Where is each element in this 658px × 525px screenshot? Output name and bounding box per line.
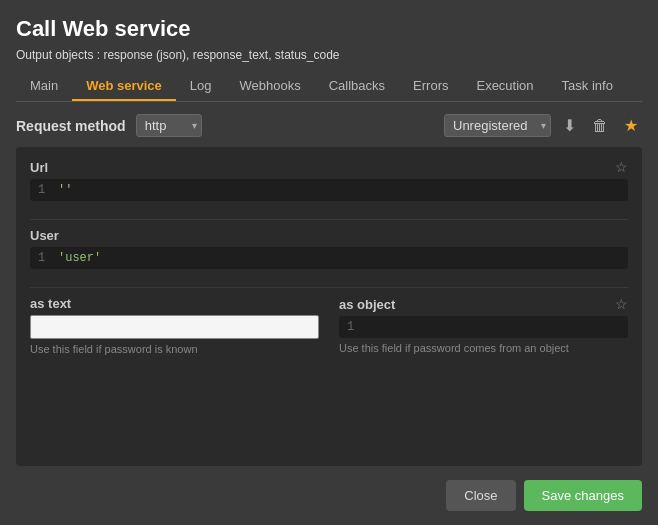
output-objects: Output objects : response (json), respon… <box>16 48 642 62</box>
output-values: response (json), response_text, status_c… <box>103 48 339 62</box>
user-field-header: User <box>30 228 628 243</box>
download-button[interactable]: ⬇ <box>559 114 580 137</box>
star-button[interactable]: ★ <box>620 114 642 137</box>
tab-execution[interactable]: Execution <box>462 72 547 101</box>
tab-web-service[interactable]: Web service <box>72 72 176 101</box>
url-section: Url ☆ 1 '' <box>30 159 628 201</box>
modal: Call Web service Output objects : respon… <box>0 0 658 525</box>
password-section: as text Use this field if password is kn… <box>30 296 628 355</box>
tab-callbacks[interactable]: Callbacks <box>315 72 399 101</box>
footer: Close Save changes <box>16 466 642 525</box>
as-text-hint: Use this field if password is known <box>30 343 319 355</box>
user-value: 'user' <box>58 251 101 265</box>
password-as-object-col: as object ☆ 1 Use this field if password… <box>339 296 628 354</box>
tab-webhooks[interactable]: Webhooks <box>226 72 315 101</box>
as-text-header: as text <box>30 296 319 311</box>
request-method-bar: Request method http https get post put d… <box>16 114 642 137</box>
as-text-label: as text <box>30 296 71 311</box>
user-section: User 1 'user' <box>30 228 628 269</box>
method-select[interactable]: http https get post put delete <box>136 114 202 137</box>
url-value: '' <box>58 183 72 197</box>
divider-1 <box>30 219 628 220</box>
as-object-star-icon[interactable]: ☆ <box>615 296 628 312</box>
trash-button[interactable]: 🗑 <box>588 115 612 137</box>
content-panel: Url ☆ 1 '' User 1 'user' as text <box>16 147 642 466</box>
right-controls: Unregistered Registered ▾ ⬇ 🗑 ★ <box>444 114 642 137</box>
divider-2 <box>30 287 628 288</box>
unregistered-wrapper: Unregistered Registered ▾ <box>444 114 551 137</box>
url-label: Url <box>30 160 48 175</box>
as-text-input[interactable] <box>30 315 319 339</box>
tab-log[interactable]: Log <box>176 72 226 101</box>
save-button[interactable]: Save changes <box>524 480 642 511</box>
as-object-code-line: 1 <box>339 316 628 338</box>
password-as-text-col: as text Use this field if password is kn… <box>30 296 319 355</box>
as-object-line-number: 1 <box>347 320 357 334</box>
url-field-header: Url ☆ <box>30 159 628 175</box>
user-line-number: 1 <box>38 251 48 265</box>
as-object-label: as object <box>339 297 395 312</box>
modal-title: Call Web service <box>16 16 642 42</box>
output-label: Output objects : <box>16 48 100 62</box>
unregistered-select[interactable]: Unregistered Registered <box>444 114 551 137</box>
as-object-header: as object ☆ <box>339 296 628 312</box>
tab-errors[interactable]: Errors <box>399 72 462 101</box>
as-object-hint: Use this field if password comes from an… <box>339 342 628 354</box>
method-select-wrapper: http https get post put delete ▾ <box>136 114 202 137</box>
tabs-bar: Main Web service Log Webhooks Callbacks … <box>16 72 642 102</box>
request-method-label: Request method <box>16 118 126 134</box>
close-button[interactable]: Close <box>446 480 515 511</box>
url-star-icon[interactable]: ☆ <box>615 159 628 175</box>
tab-task-info[interactable]: Task info <box>548 72 627 101</box>
user-label: User <box>30 228 59 243</box>
url-code-line: 1 '' <box>30 179 628 201</box>
tab-main[interactable]: Main <box>16 72 72 101</box>
url-line-number: 1 <box>38 183 48 197</box>
user-code-line: 1 'user' <box>30 247 628 269</box>
